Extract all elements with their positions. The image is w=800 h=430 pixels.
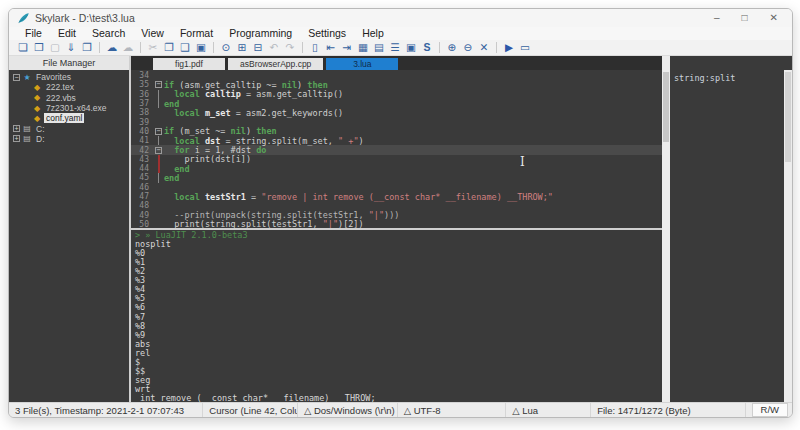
tab-3.lua[interactable]: 3.lua [326,58,398,70]
tree-item-conf-yaml[interactable]: ◆conf.yaml [9,113,129,123]
readwrite-badge[interactable]: R/W [752,403,788,417]
tree-expander-icon[interactable]: − [13,74,20,81]
menu-edit[interactable]: Edit [50,27,84,40]
fold-margin[interactable] [153,173,164,182]
next-tab-icon[interactable]: ⇥ [339,40,355,55]
file-manager-panel-tab[interactable]: File Manager [9,56,131,70]
code-line-47[interactable]: 47 local testStr1 = "remove | int remove… [131,192,662,201]
tree-item-label: 222.tex [44,82,76,92]
print-icon[interactable]: ▤ [371,40,387,55]
syntax-style-icon[interactable]: S [419,40,435,55]
menu-search[interactable]: Search [84,27,133,40]
zoom-in-icon[interactable]: ⊕ [444,40,460,55]
code-line-42[interactable]: 42− for i = 1, #dst do [131,145,662,154]
code-line-35[interactable]: 35−if (asm.get_calltip ~= nil) then [131,80,662,89]
line-number: 42 [131,146,153,155]
fold-collapse-icon[interactable]: − [155,147,162,154]
prev-tab-icon[interactable]: ⇤ [323,40,339,55]
editor-scrollbar[interactable] [662,70,670,402]
menu-view[interactable]: View [133,27,172,40]
symbol-panel-scrollbar-thumb[interactable] [785,72,791,162]
code-line-49[interactable]: 49 --print(unpack(string.split(testStr1,… [131,210,662,219]
line-number: 34 [131,71,153,80]
code-line-40[interactable]: 40−if (m_set ~= nil) then [131,127,662,136]
fold-margin[interactable]: − [153,127,164,136]
fold-margin[interactable] [153,99,164,108]
find-prev-icon[interactable]: ⊞ [234,40,250,55]
fold-margin[interactable] [153,220,164,228]
symbol-panel-scrollbar[interactable] [784,70,792,402]
zoom-out-icon[interactable]: ⊖ [460,40,476,55]
find-next-icon[interactable]: ⊟ [250,40,266,55]
function-grid-icon[interactable]: ▦ [355,40,371,55]
minimize-button[interactable]: – [714,9,720,27]
save-file-icon[interactable]: ⇓ [63,40,79,55]
gem-icon: ◆ [32,114,42,123]
code-line-48[interactable]: 48 [131,201,662,210]
code-line-36[interactable]: 36 local calltip = asm.get_calltip() [131,90,662,99]
code-line-37[interactable]: 37end [131,99,662,108]
wrap-lines-icon[interactable]: ☰ [387,40,403,55]
output-console[interactable]: > » LuaJIT 2.1.0-beta3nosplit%0%1%2%3%4%… [131,230,662,402]
tree-item-222-tex[interactable]: ◆222.tex [9,82,129,92]
fold-margin[interactable]: − [153,80,164,89]
protect-file-icon[interactable]: ▣ [193,40,209,55]
tree-item-c-[interactable]: +▤C: [9,123,129,133]
menu-file[interactable]: File [17,27,50,40]
fold-margin[interactable] [153,201,164,210]
fold-margin[interactable] [153,164,164,173]
code-line-44[interactable]: 44 end [131,164,662,173]
code-line-50[interactable]: 50 print(string.split(testStr1, "|")[2]) [131,220,662,228]
fold-margin[interactable] [153,108,164,117]
export-doc-icon[interactable]: ▣ [403,40,419,55]
close-button[interactable]: ✕ [770,9,778,27]
paste-icon[interactable]: ❑ [177,40,193,55]
tree-item-favorites[interactable]: −★Favorites [9,72,129,82]
menu-format[interactable]: Format [172,27,221,40]
fold-margin[interactable] [153,117,164,126]
tab-asbrowserapp.cpp[interactable]: asBrowserApp.cpp [228,58,323,70]
tree-expander-icon[interactable]: + [13,135,20,142]
editor-scrollbar-thumb[interactable] [663,72,669,142]
code-editor[interactable]: I 3435−if (asm.get_calltip ~= nil) then3… [131,70,662,228]
run-script-icon[interactable]: ▶ [501,40,517,55]
zoom-reset-icon[interactable]: ✕ [476,40,492,55]
save-as-icon[interactable]: ❐ [79,40,95,55]
menu-settings[interactable]: Settings [300,27,354,40]
fold-margin[interactable] [153,192,164,201]
fold-margin[interactable] [153,71,164,80]
copy-icon[interactable]: ❐ [161,40,177,55]
fold-margin[interactable] [153,155,164,164]
fold-margin[interactable] [153,90,164,99]
code-text: end [164,173,179,183]
code-line-46[interactable]: 46 [131,183,662,192]
cloud-upload-icon[interactable]: ☁ [104,40,120,55]
fold-collapse-icon[interactable]: − [155,128,162,135]
code-line-45[interactable]: 45end [131,173,662,182]
fold-margin[interactable] [153,136,164,145]
menu-help[interactable]: Help [354,27,392,40]
symbol-list-item[interactable]: string:split [674,73,735,83]
fold-margin[interactable]: − [153,145,164,154]
console-icon[interactable]: ▭ [517,40,533,55]
new-file-icon[interactable]: ❏ [15,40,31,55]
tab-fig1.pdf[interactable]: fig1.pdf [153,58,225,70]
code-line-39[interactable]: 39 [131,117,662,126]
bookmark-icon[interactable]: ▯ [307,40,323,55]
line-number: 40 [131,127,153,136]
code-line-41[interactable]: 41 local dst = string.split(m_set, " +") [131,136,662,145]
fold-margin[interactable] [153,183,164,192]
search-icon[interactable]: ⊙ [218,40,234,55]
fold-margin[interactable] [153,210,164,219]
code-line-38[interactable]: 38 local m_set = asm2.get_keywords() [131,108,662,117]
maximize-button[interactable]: □ [742,9,748,27]
tree-expander-icon[interactable]: + [13,125,20,132]
menu-programming[interactable]: Programming [221,27,300,40]
open-folder-icon[interactable]: ❒ [31,40,47,55]
code-line-43[interactable]: 43 print(dst[i]) [131,155,662,164]
tree-item-d-[interactable]: +▤D: [9,134,129,144]
tree-item-7z2301-x64-exe[interactable]: ◆7z2301-x64.exe [9,103,129,113]
code-line-34[interactable]: 34 [131,71,662,80]
tree-item-222-vbs[interactable]: ◆222.vbs [9,93,129,103]
fold-collapse-icon[interactable]: − [155,81,162,88]
